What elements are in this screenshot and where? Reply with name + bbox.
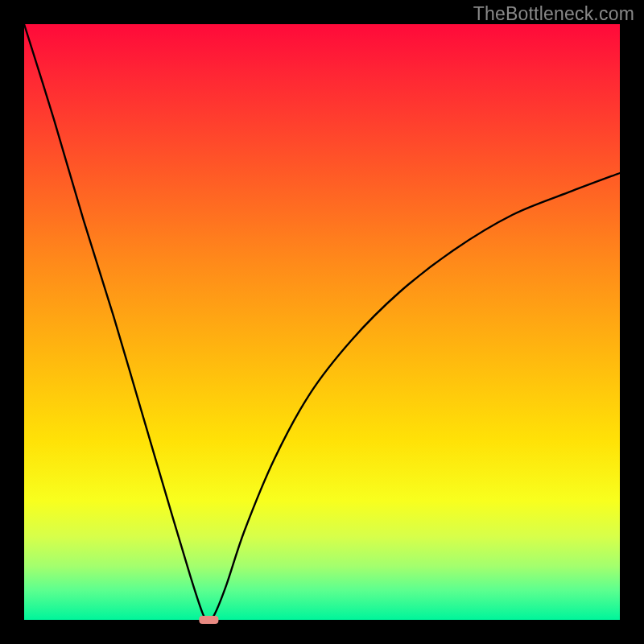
curve-path — [24, 24, 620, 620]
watermark-text: TheBottleneck.com — [473, 3, 634, 25]
chart-frame: TheBottleneck.com — [0, 0, 644, 644]
minimum-marker — [199, 616, 218, 624]
bottleneck-curve — [24, 24, 620, 620]
plot-area — [24, 24, 620, 620]
